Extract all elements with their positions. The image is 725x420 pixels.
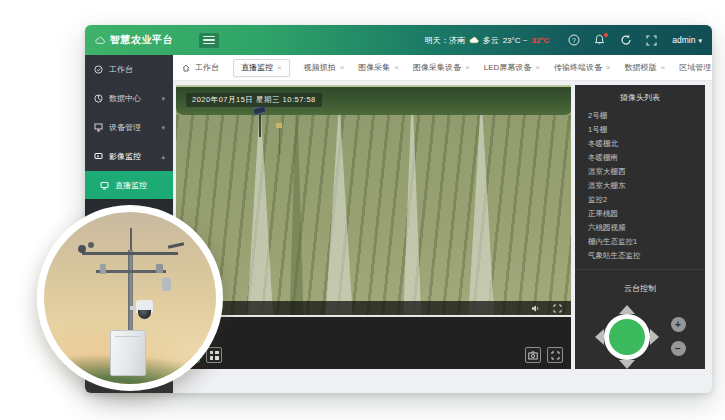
- video-controls: / 0:00: [176, 301, 571, 315]
- anemometer-icon: [88, 242, 94, 248]
- sidebar-item-workbench[interactable]: 工作台: [85, 55, 173, 84]
- camera-list-title: 摄像头列表: [575, 85, 705, 108]
- tab-close-icon[interactable]: ×: [535, 63, 540, 72]
- tab-led-device[interactable]: LED屏幕设备 ×: [484, 62, 540, 73]
- video-fullscreen-icon[interactable]: [551, 302, 564, 315]
- tab-data-template[interactable]: 数据模版 ×: [625, 62, 666, 73]
- app-header: 智慧农业平台 明天：济南 多云 23°C ~ 32°C ?: [85, 25, 712, 55]
- canvas: 智慧农业平台 明天：济南 多云 23°C ~ 32°C ?: [0, 0, 725, 420]
- ptz-center-button[interactable]: [609, 319, 645, 355]
- camera-list-item[interactable]: 温室大棚西: [575, 164, 705, 178]
- tab-label: 图像采集: [358, 62, 390, 73]
- tab-label: 传输终端设备: [554, 62, 602, 73]
- tab-label: 数据模版: [625, 62, 657, 73]
- tab-close-icon[interactable]: ×: [465, 63, 470, 72]
- video-timestamp: 2020年07月15日 星期三 10:57:58: [186, 93, 322, 107]
- tab-label: 视频抓拍: [304, 62, 336, 73]
- ptz-right-button[interactable]: [650, 329, 659, 345]
- weather-city: 明天：济南: [425, 35, 465, 46]
- tab-label: 工作台: [195, 62, 219, 73]
- video-progress-bar[interactable]: [176, 315, 571, 317]
- notifications-bell-icon[interactable]: [593, 34, 606, 47]
- tab-transmit-device[interactable]: 传输终端设备 ×: [554, 62, 611, 73]
- chevron-down-icon: ▾: [161, 95, 165, 102]
- ptz-left-button[interactable]: [595, 329, 604, 345]
- tab-close-icon[interactable]: ×: [661, 63, 666, 72]
- collapse-menu-button[interactable]: [199, 33, 219, 48]
- camera-list-item[interactable]: 2号棚: [575, 108, 705, 122]
- ptz-dpad: [595, 305, 659, 369]
- station-crossarm: [82, 252, 178, 255]
- live-video-view[interactable]: 2020年07月15日 星期三 10:57:58 / 0:00: [176, 85, 571, 317]
- sidebar-item-label: 工作台: [109, 64, 165, 75]
- tab-label: 图像采集设备: [413, 62, 461, 73]
- svg-text:?: ?: [572, 37, 576, 44]
- camera-list-item[interactable]: 冬暖棚南: [575, 150, 705, 164]
- data-center-icon: [93, 94, 103, 104]
- camera-list-item[interactable]: 监控2: [575, 193, 705, 207]
- expand-icon: [551, 351, 560, 360]
- ptz-down-button[interactable]: [619, 360, 635, 369]
- user-menu[interactable]: admin ▾: [672, 35, 702, 45]
- rain-gauge: [162, 278, 171, 291]
- snapshot-button[interactable]: [525, 347, 541, 363]
- tab-image-collect[interactable]: 图像采集 ×: [358, 62, 399, 73]
- user-caret-icon: ▾: [698, 37, 702, 44]
- camera-list-item[interactable]: 正果桃园: [575, 207, 705, 221]
- tab-label: LED屏幕设备: [484, 62, 532, 73]
- ptz-title: 云台控制: [575, 276, 705, 299]
- grid-view-button[interactable]: [206, 347, 222, 363]
- refresh-icon[interactable]: [619, 34, 632, 47]
- tab-label: 区域管理: [679, 62, 711, 73]
- user-name: admin: [672, 35, 695, 45]
- live-monitor-icon: [99, 180, 109, 190]
- tab-workbench[interactable]: 工作台: [181, 62, 219, 73]
- fullscreen-icon[interactable]: [645, 34, 658, 47]
- camera-list-item[interactable]: 气象站生态监控: [575, 249, 705, 263]
- sensor: [156, 264, 163, 273]
- tab-close-icon[interactable]: ×: [340, 63, 345, 72]
- header-actions: ?: [567, 34, 658, 47]
- camera-list-item[interactable]: 棚内生态监控1: [575, 235, 705, 249]
- help-icon[interactable]: ?: [567, 34, 580, 47]
- tab-area-mgmt[interactable]: 区域管理 ×: [679, 62, 712, 73]
- tab-video-capture[interactable]: 视频抓拍 ×: [304, 62, 345, 73]
- player-fullscreen-button[interactable]: [547, 347, 563, 363]
- camera-list-item[interactable]: 1号棚: [575, 122, 705, 136]
- weather-cloud-icon: [469, 35, 479, 45]
- ptz-zoom-out-button[interactable]: −: [671, 341, 686, 356]
- device-mgmt-icon: [93, 123, 103, 133]
- anemometer-icon: [78, 245, 86, 253]
- grid-view-icon: [210, 351, 219, 360]
- tab-image-device[interactable]: 图像采集设备 ×: [413, 62, 470, 73]
- weather-widget: 明天：济南 多云 23°C ~ 32°C: [425, 35, 550, 46]
- tab-close-icon[interactable]: ×: [394, 63, 399, 72]
- volume-icon[interactable]: [529, 302, 542, 315]
- sidebar-item-label: 设备管理: [109, 122, 155, 133]
- temp-high: 32°C: [531, 36, 549, 45]
- ptz-up-button[interactable]: [619, 305, 635, 314]
- workbench-icon: [93, 65, 103, 75]
- tab-close-icon[interactable]: ×: [277, 63, 282, 72]
- sidebar-subitem-label: 直播监控: [115, 180, 147, 191]
- sidebar-item-video-monitor[interactable]: 影像监控 ▴: [85, 142, 173, 171]
- chevron-up-icon: ▴: [161, 153, 165, 160]
- camera-list-item[interactable]: 温室大棚东: [575, 178, 705, 192]
- ptz-zoom-in-button[interactable]: +: [671, 317, 686, 332]
- tab-close-icon[interactable]: ×: [606, 63, 611, 72]
- camera-list-item[interactable]: 六桃园视频: [575, 221, 705, 235]
- temp-low: 23°C ~: [503, 36, 528, 45]
- sensor: [100, 264, 106, 274]
- notification-badge: [604, 33, 608, 37]
- sidebar-item-device-mgmt[interactable]: 设备管理 ▾: [85, 113, 173, 142]
- video-field-rows: [176, 115, 571, 317]
- camera-icon: [528, 351, 538, 360]
- cloud-logo-icon: [95, 35, 105, 45]
- sidebar-item-label: 影像监控: [109, 151, 155, 162]
- field-sign: [276, 123, 282, 128]
- tab-live-monitor[interactable]: 直播监控 ×: [233, 59, 290, 77]
- app-logo: 智慧农业平台: [95, 33, 173, 47]
- sidebar-subitem-live-monitor[interactable]: 直播监控: [85, 171, 173, 199]
- sidebar-item-data-center[interactable]: 数据中心 ▾: [85, 84, 173, 113]
- camera-list-item[interactable]: 冬暖棚北: [575, 136, 705, 150]
